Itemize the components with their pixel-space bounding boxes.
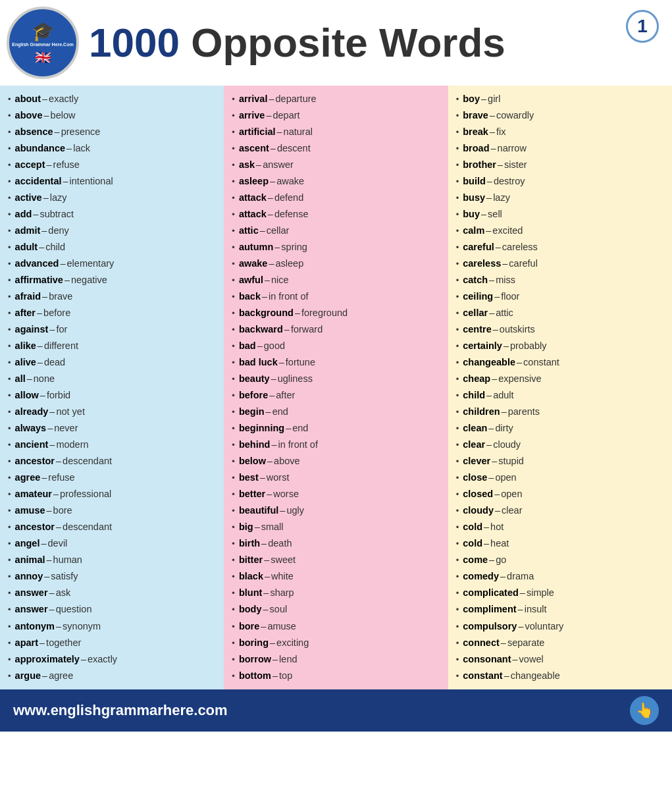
content-area: •about – exactly•above – below•absence –… [0,86,672,689]
bullet-icon: • [456,143,459,155]
word-separator: – [266,405,271,419]
word-separator: – [33,207,38,221]
word-separator: – [267,487,272,501]
word-separator: – [44,570,49,583]
word-primary: clear [463,438,485,452]
word-primary: agree [15,471,41,485]
word-opposite: in front of [278,438,318,452]
word-opposite: simple [527,586,554,600]
word-opposite: cloudy [493,438,521,452]
bullet-icon: • [8,357,11,369]
word-opposite: descent [277,142,311,155]
word-separator: – [265,273,270,287]
word-primary: background [239,306,294,320]
bullet-icon: • [8,126,11,139]
word-primary: cold [463,537,482,550]
bullet-icon: • [456,538,459,550]
word-separator: – [496,240,501,254]
list-item: •boring – exciting [232,635,440,651]
word-primary: bad luck [239,356,278,369]
list-item: •attack – defend [232,190,440,206]
list-item: •already – not yet [8,404,216,420]
bullet-icon: • [232,242,235,254]
word-separator: – [501,636,506,650]
bullet-icon: • [232,571,235,583]
bullet-icon: • [8,406,11,419]
word-primary: allow [15,389,39,402]
word-opposite: forward [291,323,323,336]
word-primary: children [463,405,500,419]
bullet-icon: • [456,192,459,205]
word-opposite: adult [493,389,513,402]
list-item: •amateur – professional [8,486,216,502]
list-item: •clean – dirty [456,420,664,437]
word-separator: – [49,405,55,419]
list-item: •calm – excited [456,223,664,239]
word-primary: add [15,207,32,221]
column-2: •arrival – departure•arrive – depart•art… [224,86,448,689]
logo-inner: 🎓 English Grammar Here.Com 🇬🇧 [9,20,76,65]
word-separator: – [484,537,489,550]
word-separator: – [494,290,500,304]
list-item: •asleep – awake [232,173,440,190]
word-separator: – [260,471,265,485]
word-separator: – [502,405,507,419]
word-primary: annoy [15,570,43,583]
word-opposite: fix [496,125,506,139]
list-item: •clear – cloudy [456,437,664,453]
list-item: •break – fix [456,124,664,140]
bullet-icon: • [8,291,11,304]
bullet-icon: • [8,554,11,567]
bullet-icon: • [232,670,235,683]
bullet-icon: • [232,406,235,419]
list-item: •body – soul [232,601,440,618]
bullet-icon: • [232,373,235,386]
list-item: •abundance – lack [8,140,216,157]
word-separator: – [270,174,275,188]
word-opposite: careful [509,257,538,271]
word-primary: argue [15,669,41,683]
word-primary: alike [15,339,36,353]
bullet-icon: • [456,571,459,583]
bullet-icon: • [232,176,235,188]
word-primary: advanced [15,257,59,271]
logo: 🎓 English Grammar Here.Com 🇬🇧 [7,7,79,79]
word-primary: after [15,306,36,320]
word-primary: beauty [239,372,270,386]
word-primary: black [239,570,263,583]
word-primary: already [15,405,49,419]
word-list-2: •arrival – departure•arrive – depart•art… [232,91,440,684]
word-opposite: lack [73,142,90,155]
word-separator: – [277,125,282,139]
word-primary: accept [15,158,45,172]
list-item: •bore – amuse [232,618,440,635]
word-primary: blunt [239,586,262,600]
word-opposite: insult [525,603,547,616]
word-opposite: in front of [269,290,308,304]
list-item: •cellar – attic [456,305,664,321]
word-opposite: for [56,323,67,336]
word-separator: – [269,257,274,271]
word-opposite: amuse [267,620,296,633]
word-opposite: dirty [495,421,513,435]
word-separator: – [502,257,507,271]
list-item: •broad – narrow [456,140,664,157]
word-separator: – [488,421,494,435]
word-primary: ancestor [15,454,55,468]
bullet-icon: • [232,637,235,650]
word-separator: – [38,356,43,369]
word-opposite: negative [71,273,107,287]
word-opposite: above [274,454,300,468]
bullet-icon: • [232,291,235,304]
list-item: •brother – sister [456,157,664,173]
list-item: •complicated – simple [456,585,664,601]
bullet-icon: • [456,587,459,600]
bullet-icon: • [456,324,459,336]
word-separator: – [268,191,273,205]
bullet-icon: • [456,456,459,468]
bullet-icon: • [8,456,11,468]
word-separator: – [262,290,267,304]
list-item: •absence – presence [8,124,216,140]
word-separator: – [489,273,494,287]
uk-flag-icon: 🇬🇧 [35,49,51,65]
